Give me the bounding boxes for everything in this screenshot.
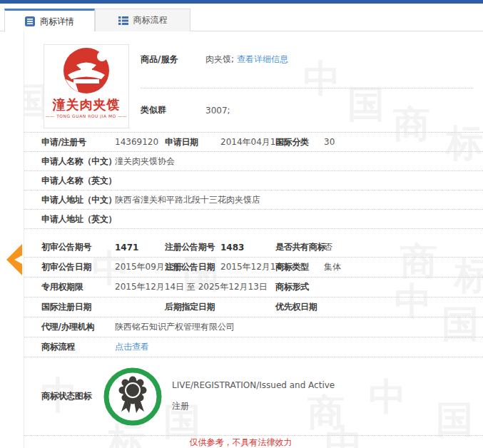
field-value: 陕西铭石知识产权管理有限公司 xyxy=(115,321,235,333)
field-label: 专用权期限 xyxy=(41,281,115,293)
field-label: 注册公告日期 xyxy=(165,261,220,273)
chevron-left-icon xyxy=(6,244,22,275)
panel-content: 潼关肉夹馍 —— TONG GUAN ROU JIA MO —— 商品/服务 肉… xyxy=(24,31,483,448)
status-label: 商标状态图标 xyxy=(41,390,103,402)
field-value: 1483 xyxy=(220,243,275,253)
field-label: 后期指定日期 xyxy=(165,301,220,313)
tab-process-label: 商标流程 xyxy=(133,14,168,26)
field-value: 2014年04月14日 xyxy=(220,136,275,148)
detail-panel: 国 中 国 商 标 中 国 商 标 中 国 中 国 商 中 国 标 中 xyxy=(24,31,483,448)
status-line-cn: 注册 xyxy=(172,400,335,412)
tab-bar: 商标详情 商标流程 xyxy=(0,9,483,31)
field-label: 初审公告日期 xyxy=(41,261,115,273)
table-row-validity: 专用权期限 2015年12月14日 至 2025年12月13日 商标形式 xyxy=(24,278,483,297)
field-label: 商标类型 xyxy=(275,261,324,273)
field-label: 申请人名称（英文） xyxy=(41,175,115,187)
goods-value: 肉夹馍; xyxy=(205,54,234,66)
field-value: 2015年12月14日 xyxy=(220,261,275,273)
trademark-logo-emblem xyxy=(47,45,126,95)
similar-group-row: 类似群 3007; xyxy=(141,88,473,132)
field-label: 国际分类 xyxy=(275,136,324,148)
field-label: 代理/办理机构 xyxy=(41,321,115,333)
table-row-registration: 申请/注册号 14369120 申请日期 2014年04月14日 国际分类 30 xyxy=(24,132,483,152)
field-label: 优先权日期 xyxy=(275,301,324,313)
status-line-en: LIVE/REGISTRATION/Issued and Active xyxy=(172,380,335,390)
logo-latin-text: —— TONG GUAN ROU JIA MO —— xyxy=(44,113,128,118)
table-row-applicant-addr-en: 申请人地址（英文） xyxy=(24,210,483,229)
goods-detail-link[interactable]: 查看详细信息 xyxy=(237,54,288,66)
table-row-agency: 代理/办理机构 陕西铭石知识产权管理有限公司 xyxy=(24,317,483,337)
top-fields: 商品/服务 肉夹馍; 查看详细信息 类似群 3007; xyxy=(141,31,473,132)
top-blue-bar xyxy=(0,0,483,4)
status-text: LIVE/REGISTRATION/Issued and Active 注册 xyxy=(172,380,335,412)
field-label: 国际注册日期 xyxy=(41,301,115,313)
field-label: 商标形式 xyxy=(275,281,324,293)
field-label: 申请人地址（英文） xyxy=(41,213,115,225)
table-row-international: 国际注册日期 后期指定日期 优先权日期 xyxy=(24,297,483,317)
detail-rows: 申请/注册号 14369120 申请日期 2014年04月14日 国际分类 30… xyxy=(24,132,483,448)
flow-view-link[interactable]: 点击查看 xyxy=(115,341,149,353)
table-row-applicant-name-en: 申请人名称（英文） xyxy=(24,171,483,190)
field-label: 申请/注册号 xyxy=(41,136,115,148)
collapse-left-arrow[interactable] xyxy=(4,243,23,276)
table-row-status: 商标状态图标 xyxy=(24,357,483,436)
field-value: 14369120 xyxy=(115,137,165,147)
logo-name-text: 潼关肉夹馍 xyxy=(44,98,128,111)
table-row-publication-dates: 初审公告日期 2015年09月13日 注册公告日期 2015年12月14日 商标… xyxy=(24,258,483,278)
field-value: 30 xyxy=(324,137,335,147)
tab-trademark-details[interactable]: 商标详情 xyxy=(4,9,95,32)
field-value: 2015年12月14日 至 2025年12月13日 xyxy=(115,281,275,293)
table-row-applicant-addr-cn: 申请人地址（中文） 陕西省潼关和平路北段十三花肉夹馍店 xyxy=(24,190,483,210)
field-value: 潼关肉夹馍协会 xyxy=(115,156,175,168)
field-value: 2015年09月13日 xyxy=(115,261,165,273)
field-label: 申请人名称（中文） xyxy=(41,156,115,168)
table-row-flow: 商标流程 点击查看 xyxy=(24,337,483,357)
details-doc-icon xyxy=(25,16,35,26)
similar-group-label: 类似群 xyxy=(141,104,205,116)
field-label: 注册公告期号 xyxy=(165,241,220,253)
trademark-logo: 潼关肉夹馍 —— TONG GUAN ROU JIA MO —— xyxy=(44,44,129,128)
table-row-applicant-name-cn: 申请人名称（中文） 潼关肉夹馍协会 xyxy=(24,152,483,171)
top-section: 潼关肉夹馍 —— TONG GUAN ROU JIA MO —— 商品/服务 肉… xyxy=(24,31,483,132)
table-row-first-publication: 初审公告期号 1471 注册公告期号 1483 是否共有商标 否 xyxy=(24,229,483,258)
field-label: 是否共有商标 xyxy=(275,241,324,253)
field-label: 初审公告期号 xyxy=(41,241,115,253)
goods-row: 商品/服务 肉夹馍; 查看详细信息 xyxy=(141,31,473,88)
process-list-icon xyxy=(118,16,128,26)
field-label: 商标流程 xyxy=(41,341,115,353)
trademark-detail-screen: 商标详情 商标流程 xyxy=(0,0,483,448)
tab-details-label: 商标详情 xyxy=(40,16,74,28)
similar-group-value: 3007; xyxy=(205,106,230,116)
field-value: 否 xyxy=(324,241,332,253)
field-label: 申请人地址（中文） xyxy=(41,194,115,206)
field-value: 1471 xyxy=(115,243,165,253)
disclaimer-text: 仅供参考，不具有法律效力 xyxy=(11,436,470,448)
field-label: 申请日期 xyxy=(165,136,220,148)
field-value: 集体 xyxy=(324,261,341,273)
tab-trademark-process[interactable]: 商标流程 xyxy=(95,9,190,31)
registered-badge-icon xyxy=(103,367,163,427)
field-value: 陕西省潼关和平路北段十三花肉夹馍店 xyxy=(115,194,260,206)
goods-label: 商品/服务 xyxy=(141,54,205,66)
